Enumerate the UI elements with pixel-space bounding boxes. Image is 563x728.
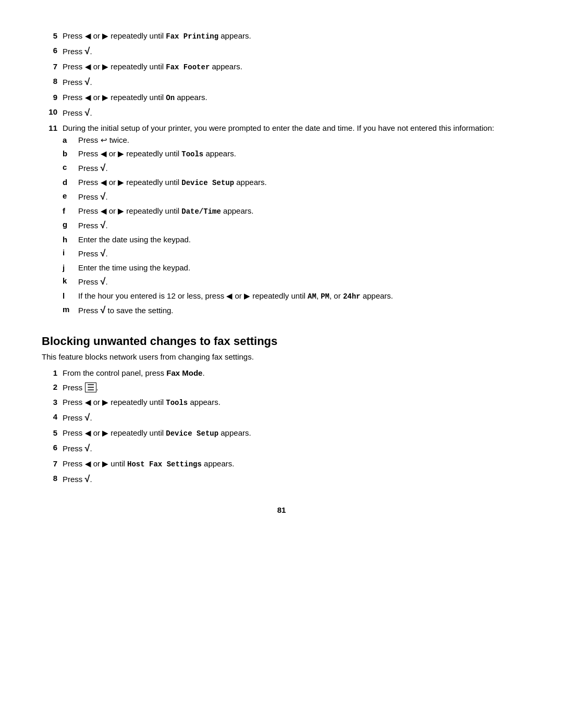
blocking-step-1: 1 From the control panel, press Fax Mode… (42, 368, 521, 377)
step-7: 7 Press ◀ or ▶ repeatedly until Fax Foot… (42, 62, 521, 71)
blocking-step-num-5: 5 (42, 428, 63, 437)
blocking-step-content-4: Press √. (63, 412, 521, 423)
blocking-step-4: 4 Press √. (42, 412, 521, 423)
blocking-step-content-6: Press √. (63, 443, 521, 454)
sub-step-label-g: g (63, 220, 78, 229)
step-11: 11 During the initial setup of your prin… (42, 124, 521, 320)
sub-step-label-c: c (63, 163, 78, 171)
sub-step-content-d: Press ◀ or ▶ repeatedly until Device Set… (78, 178, 521, 187)
blocking-step-num-8: 8 (42, 474, 63, 483)
sub-step-f: f Press ◀ or ▶ repeatedly until Date/Tim… (63, 206, 521, 216)
sub-step-label-i: i (63, 248, 78, 257)
sub-step-h: h Enter the date using the keypad. (63, 235, 521, 244)
step-11-content: During the initial setup of your printer… (63, 124, 521, 320)
step-num-10: 10 (42, 107, 63, 116)
blocking-step-num-6: 6 (42, 443, 63, 452)
step-6: 6 Press √. (42, 46, 521, 57)
step-10: 10 Press √. (42, 107, 521, 118)
sub-step-a: a Press ↩ twice. (63, 135, 521, 145)
page-number: 81 (42, 505, 521, 514)
step-10-content: Press √. (63, 107, 521, 118)
blocking-step-3: 3 Press ◀ or ▶ repeatedly until Tools ap… (42, 398, 521, 407)
sub-step-k: k Press √. (63, 276, 521, 287)
step-7-content: Press ◀ or ▶ repeatedly until Fax Footer… (63, 62, 521, 71)
step-num-9: 9 (42, 93, 63, 102)
sub-step-content-g: Press √. (78, 220, 521, 231)
sub-step-content-f: Press ◀ or ▶ repeatedly until Date/Time … (78, 206, 521, 216)
blocking-step-6: 6 Press √. (42, 443, 521, 454)
sub-step-content-a: Press ↩ twice. (78, 135, 521, 145)
step-5-content: Press ◀ or ▶ repeatedly until Fax Printi… (63, 31, 521, 41)
sub-step-content-k: Press √. (78, 276, 521, 287)
blocking-step-num-3: 3 (42, 398, 63, 406)
sub-step-content-h: Enter the date using the keypad. (78, 235, 521, 244)
step-num-7: 7 (42, 62, 63, 71)
step-5: 5 Press ◀ or ▶ repeatedly until Fax Prin… (42, 31, 521, 41)
section-intro: This feature blocks network users from c… (42, 352, 521, 361)
sub-step-content-l: If the hour you entered is 12 or less, p… (78, 291, 521, 301)
sub-step-d: d Press ◀ or ▶ repeatedly until Device S… (63, 178, 521, 187)
sub-step-e: e Press √. (63, 191, 521, 202)
blocking-step-num-7: 7 (42, 459, 63, 468)
blocking-step-num-4: 4 (42, 412, 63, 421)
blocking-step-5: 5 Press ◀ or ▶ repeatedly until Device S… (42, 428, 521, 438)
blocking-step-num-1: 1 (42, 368, 63, 377)
sub-step-label-k: k (63, 276, 78, 285)
sub-step-label-e: e (63, 191, 78, 200)
blocking-step-content-2: Press ☰. (63, 382, 521, 392)
step-num-8: 8 (42, 77, 63, 85)
sub-step-i: i Press √. (63, 248, 521, 259)
sub-step-j: j Enter the time using the keypad. (63, 263, 521, 272)
sub-step-label-m: m (63, 305, 78, 314)
blocking-step-8: 8 Press √. (42, 474, 521, 485)
step-8-content: Press √. (63, 77, 521, 88)
sub-step-content-b: Press ◀ or ▶ repeatedly until Tools appe… (78, 149, 521, 158)
sub-step-c: c Press √. (63, 163, 521, 174)
step-6-content: Press √. (63, 46, 521, 57)
section-heading: Blocking unwanted changes to fax setting… (42, 335, 521, 348)
sub-step-label-j: j (63, 263, 78, 272)
step-num-5: 5 (42, 31, 63, 40)
step-9-content: Press ◀ or ▶ repeatedly until On appears… (63, 93, 521, 102)
sub-step-content-e: Press √. (78, 191, 521, 202)
sub-step-label-d: d (63, 178, 78, 187)
blocking-step-content-8: Press √. (63, 474, 521, 485)
sub-step-label-l: l (63, 291, 78, 300)
blocking-step-2: 2 Press ☰. (42, 382, 521, 392)
sub-steps: a Press ↩ twice. b Press ◀ or ▶ repeated… (63, 135, 521, 316)
blocking-step-num-2: 2 (42, 382, 63, 391)
sub-step-label-f: f (63, 206, 78, 215)
blocking-step-content-7: Press ◀ or ▶ until Host Fax Settings app… (63, 459, 521, 468)
sub-step-label-a: a (63, 135, 78, 144)
blocking-step-7: 7 Press ◀ or ▶ until Host Fax Settings a… (42, 459, 521, 468)
sub-step-m: m Press √ to save the setting. (63, 305, 521, 316)
step-num-6: 6 (42, 46, 63, 55)
blocking-step-content-3: Press ◀ or ▶ repeatedly until Tools appe… (63, 398, 521, 407)
sub-step-content-c: Press √. (78, 163, 521, 174)
sub-step-content-i: Press √. (78, 248, 521, 259)
sub-step-content-j: Enter the time using the keypad. (78, 263, 521, 272)
sub-step-b: b Press ◀ or ▶ repeatedly until Tools ap… (63, 149, 521, 158)
step-9: 9 Press ◀ or ▶ repeatedly until On appea… (42, 93, 521, 102)
step-num-11: 11 (42, 124, 63, 132)
sub-step-label-b: b (63, 149, 78, 158)
sub-step-l: l If the hour you entered is 12 or less,… (63, 291, 521, 301)
sub-step-content-m: Press √ to save the setting. (78, 305, 521, 316)
sub-step-g: g Press √. (63, 220, 521, 231)
step-8: 8 Press √. (42, 77, 521, 88)
blocking-step-content-5: Press ◀ or ▶ repeatedly until Device Set… (63, 428, 521, 438)
sub-step-label-h: h (63, 235, 78, 244)
blocking-step-content-1: From the control panel, press Fax Mode. (63, 368, 521, 377)
